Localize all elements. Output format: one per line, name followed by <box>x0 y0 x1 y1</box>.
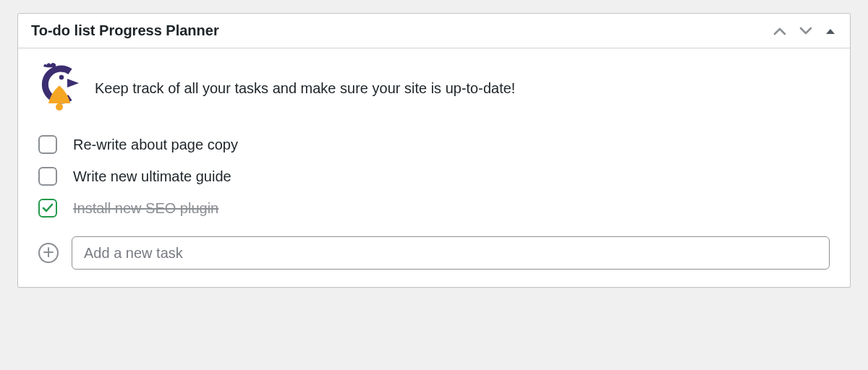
move-down-button[interactable] <box>798 25 814 37</box>
task-item: Install new SEO plugin <box>38 199 830 218</box>
chevron-down-icon <box>799 27 812 35</box>
task-item: Re-write about page copy <box>38 135 830 154</box>
widget-title: To-do list Progress Planner <box>31 22 219 39</box>
task-checkbox[interactable] <box>38 199 57 218</box>
caret-up-icon <box>825 27 835 35</box>
task-label: Write new ultimate guide <box>73 168 231 185</box>
svg-point-1 <box>56 103 63 111</box>
task-item: Write new ultimate guide <box>38 167 830 186</box>
task-label: Re-write about page copy <box>73 137 238 153</box>
intro-text: Keep track of all your tasks and make su… <box>95 79 515 98</box>
mascot-icon <box>38 61 82 115</box>
widget-header-controls <box>772 25 837 37</box>
add-task-input[interactable] <box>72 236 830 270</box>
task-list: Re-write about page copy Write new ultim… <box>38 135 830 218</box>
task-checkbox[interactable] <box>38 135 57 154</box>
todo-widget: To-do list Progress Planner <box>17 13 851 288</box>
widget-header: To-do list Progress Planner <box>18 14 850 48</box>
move-up-button[interactable] <box>772 25 788 37</box>
add-task-row <box>38 236 830 270</box>
chevron-up-icon <box>773 27 786 35</box>
plus-icon <box>43 247 54 259</box>
svg-point-0 <box>59 75 64 79</box>
widget-body: Keep track of all your tasks and make su… <box>18 48 850 287</box>
task-label: Install new SEO plugin <box>73 200 218 217</box>
add-task-button[interactable] <box>38 243 59 263</box>
task-checkbox[interactable] <box>38 167 57 186</box>
widget-intro: Keep track of all your tasks and make su… <box>38 61 830 115</box>
checkmark-icon <box>42 203 54 213</box>
collapse-button[interactable] <box>824 26 837 36</box>
